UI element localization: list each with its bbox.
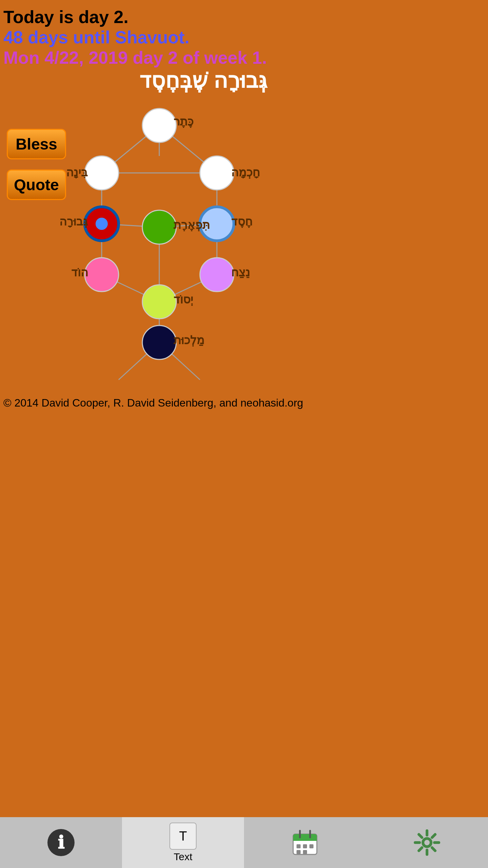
tree-svg: כֶּתֶרבִּינָהחָכְמָהגְּבוּרָהתִּפְאֶרֶתח…	[51, 98, 281, 403]
svg-point-18	[200, 156, 234, 190]
svg-point-26	[142, 326, 176, 359]
svg-rect-45	[297, 850, 301, 854]
svg-rect-39	[293, 837, 317, 841]
tree-container: כֶּתֶרבִּינָהחָכְמָהגְּבוּרָהתִּפְאֶרֶתח…	[51, 98, 281, 403]
settings-icon	[413, 829, 441, 856]
svg-line-52	[419, 834, 422, 837]
svg-text:הוֹד: הוֹד	[71, 266, 88, 279]
svg-point-20	[96, 218, 108, 230]
main-content: Today is day 2. 48 days until Shavuot. M…	[0, 0, 488, 817]
svg-text:חָכְמָה: חָכְמָה	[231, 166, 260, 179]
calendar-icon	[291, 829, 319, 856]
nav-item-settings[interactable]	[366, 817, 488, 868]
svg-line-53	[432, 848, 435, 851]
svg-point-25	[142, 285, 176, 319]
svg-text:נֵצַח: נֵצַח	[231, 266, 250, 279]
nav-item-text[interactable]: T Text	[122, 817, 244, 868]
svg-rect-42	[297, 844, 301, 848]
svg-rect-43	[303, 844, 307, 848]
svg-point-21	[142, 210, 176, 244]
header-section: Today is day 2. 48 days until Shavuot. M…	[3, 7, 267, 93]
svg-line-55	[419, 848, 422, 851]
svg-text:חֶסֶד: חֶסֶד	[231, 215, 252, 228]
nav-item-info[interactable]: ℹ	[0, 817, 122, 868]
hebrew-text: גְּבוּרָה שֶׁבְּחֶסֶד	[3, 68, 267, 93]
shavuot-text: 48 days until Shavuot.	[3, 27, 267, 47]
svg-text:בִּינָה: בִּינָה	[66, 166, 88, 179]
svg-text:גְּבוּרָה: גְּבוּרָה	[59, 215, 88, 228]
svg-line-54	[432, 834, 435, 837]
svg-text:תִּפְאֶרֶת: תִּפְאֶרֶת	[174, 218, 210, 231]
text-icon: T	[169, 823, 197, 850]
svg-text:יְסוֹד: יְסוֹד	[174, 293, 193, 306]
copyright-text: © 2014 David Cooper, R. David Seidenberg…	[3, 397, 303, 409]
day-text: Today is day 2.	[3, 7, 267, 27]
svg-text:מַלְכוּת: מַלְכוּת	[174, 334, 204, 347]
svg-rect-46	[303, 850, 307, 854]
nav-item-calendar[interactable]	[244, 817, 366, 868]
svg-point-24	[200, 258, 234, 292]
info-icon: ℹ	[47, 829, 75, 856]
svg-rect-44	[309, 844, 313, 848]
svg-text:כֶּתֶר: כֶּתֶר	[174, 115, 194, 128]
nav-text-label: Text	[174, 851, 192, 863]
date-text: Mon 4/22, 2019 day 2 of week 1.	[3, 47, 267, 68]
svg-point-23	[85, 258, 119, 292]
bottom-nav: ℹ T Text	[0, 817, 488, 868]
svg-point-47	[423, 839, 431, 847]
svg-point-17	[85, 156, 119, 190]
svg-point-16	[142, 108, 176, 142]
